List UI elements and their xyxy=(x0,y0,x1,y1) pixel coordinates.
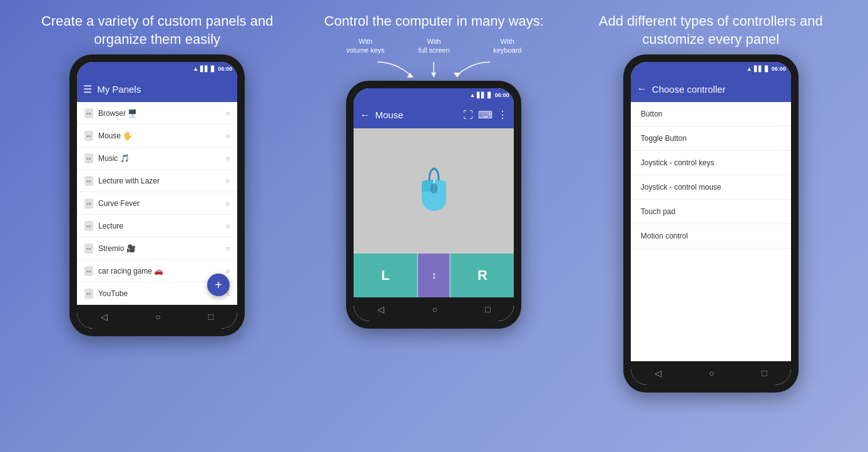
section-3-title: Add different types of controllers and c… xyxy=(592,13,830,48)
phone-1: ▲ ▋▋ ▊ 06:00 ☰ My Panels ▪▪ Browser 🖥️ ≡ xyxy=(69,54,245,336)
controller-list: Button Toggle Button Joystick - control … xyxy=(631,102,791,361)
status-icons-2: ▲ ▋▋ ▊ xyxy=(470,92,493,98)
list-item[interactable]: ▪▪ Curve Fever ≡ xyxy=(77,192,237,215)
list-item[interactable]: ▪▪ Browser 🖥️ ≡ xyxy=(77,102,237,125)
scroll-button[interactable]: ↕ xyxy=(418,254,449,297)
battery-icon-3: ▊ xyxy=(765,66,769,72)
status-time-3: 06:00 xyxy=(772,66,786,72)
signal-icon-2: ▋▋ xyxy=(477,92,486,98)
status-bar-1: ▲ ▋▋ ▊ 06:00 xyxy=(77,62,237,76)
app-bar-title-1: My Panels xyxy=(97,84,231,95)
list-item[interactable]: ▪▪ Music 🎵 ≡ xyxy=(77,147,237,170)
keyboard-icon[interactable]: ⌨ xyxy=(478,109,493,121)
toolbar-icons: ⛶ ⌨ ⋮ xyxy=(463,109,508,121)
section-3: Add different types of controllers and c… xyxy=(573,13,849,439)
mouse-buttons-row: L ↕ R xyxy=(354,254,514,297)
recents-nav-icon-2[interactable]: □ xyxy=(485,304,490,314)
controller-label-joystick-keys: Joystick - control keys xyxy=(641,158,714,167)
section-1-title: Create a variety of custom panels and or… xyxy=(38,13,276,48)
status-icons-3: ▲ ▋▋ ▊ xyxy=(747,66,769,72)
mouse-illustration xyxy=(417,167,451,214)
section-2: Control the computer in many ways: With … xyxy=(295,13,572,439)
status-time-1: 06:00 xyxy=(218,66,232,72)
controller-item-joystick-keys[interactable]: Joystick - control keys xyxy=(631,151,791,175)
home-nav-icon-3[interactable]: ○ xyxy=(709,368,714,378)
app-bar-3: ← Choose controller xyxy=(631,76,791,102)
controller-item-motion[interactable]: Motion control xyxy=(631,224,791,249)
panel-label: Music 🎵 xyxy=(98,154,221,163)
panel-label-stremio: Stremio 🎥 xyxy=(98,244,221,253)
drag-icon: ≡ xyxy=(226,200,230,207)
controller-item-joystick-mouse[interactable]: Joystick - control mouse xyxy=(631,175,791,200)
left-click-button[interactable]: L xyxy=(354,254,418,297)
status-icons-1: ▲ ▋▋ ▊ xyxy=(193,66,215,72)
drag-icon: ≡ xyxy=(226,245,230,252)
svg-rect-5 xyxy=(431,183,437,193)
recents-nav-icon-3[interactable]: □ xyxy=(762,368,767,378)
controller-item-touchpad[interactable]: Touch pad xyxy=(631,200,791,224)
battery-icon-2: ▊ xyxy=(488,92,492,98)
svg-marker-2 xyxy=(454,73,461,78)
list-item[interactable]: ▪▪ Stremio 🎥 ≡ xyxy=(77,237,237,260)
svg-marker-1 xyxy=(431,73,436,78)
controller-label-joystick-mouse: Joystick - control mouse xyxy=(641,183,722,192)
arrow-label-volume: With volume keys xyxy=(346,37,384,55)
bottom-nav-1: ◁ ○ □ xyxy=(77,305,237,329)
drag-icon: ≡ xyxy=(226,155,230,162)
controller-label-touchpad: Touch pad xyxy=(641,207,675,216)
phone-1-screen: ▲ ▋▋ ▊ 06:00 ☰ My Panels ▪▪ Browser 🖥️ ≡ xyxy=(77,62,237,329)
panel-label: Browser 🖥️ xyxy=(98,109,221,118)
right-click-button[interactable]: R xyxy=(449,254,514,297)
controller-label-button: Button xyxy=(641,110,663,118)
panel-icon: ▪▪ xyxy=(84,221,93,231)
mouse-touchpad-area[interactable] xyxy=(354,128,514,254)
more-icon[interactable]: ⋮ xyxy=(498,109,508,121)
app-bar-title-2: Mouse xyxy=(375,110,458,120)
back-icon-3[interactable]: ← xyxy=(637,83,647,95)
phone-2-screen: ▲ ▋▋ ▊ 06:00 ← Mouse ⛶ ⌨ ⋮ xyxy=(354,88,514,321)
arrow-label-fullscreen: With full screen xyxy=(418,37,449,55)
home-nav-icon[interactable]: ○ xyxy=(155,312,160,322)
bottom-nav-2: ◁ ○ □ xyxy=(354,297,514,321)
phone-3-screen: ▲ ▋▋ ▊ 06:00 ← Choose controller Button … xyxy=(631,62,791,385)
drag-icon: ≡ xyxy=(226,177,230,185)
home-nav-icon-2[interactable]: ○ xyxy=(432,304,437,314)
signal-icon-3: ▋▋ xyxy=(754,66,763,72)
menu-icon[interactable]: ☰ xyxy=(83,83,92,95)
fullscreen-icon[interactable]: ⛶ xyxy=(463,110,473,121)
panel-icon: ▪▪ xyxy=(84,153,93,163)
section-2-title: Control the computer in many ways: xyxy=(324,13,544,31)
panel-icon: ▪▪ xyxy=(84,289,93,299)
recents-nav-icon[interactable]: □ xyxy=(208,312,213,322)
back-icon-2[interactable]: ← xyxy=(360,110,370,121)
back-nav-icon-3[interactable]: ◁ xyxy=(655,368,661,378)
section-1: Create a variety of custom panels and or… xyxy=(19,13,295,439)
app-bar-title-3: Choose controller xyxy=(652,84,785,95)
arrows-area: With volume keys With full screen With k… xyxy=(340,37,528,81)
panel-icon: ▪▪ xyxy=(84,108,93,118)
drag-icon: ≡ xyxy=(226,267,230,275)
list-item[interactable]: ▪▪ Lecture ≡ xyxy=(77,215,237,237)
phone-3: ▲ ▋▋ ▊ 06:00 ← Choose controller Button … xyxy=(623,54,799,393)
panel-label-youtube: YouTube xyxy=(98,289,221,298)
panel-icon: ▪▪ xyxy=(84,244,93,254)
app-bar-2: ← Mouse ⛶ ⌨ ⋮ xyxy=(354,102,514,128)
panel-label-lecture: Lecture xyxy=(98,222,221,230)
status-bar-3: ▲ ▋▋ ▊ 06:00 xyxy=(631,62,791,76)
back-nav-icon-2[interactable]: ◁ xyxy=(377,304,384,314)
panel-icon: ▪▪ xyxy=(84,266,93,276)
panel-icon: ▪▪ xyxy=(84,176,93,186)
status-bar-2: ▲ ▋▋ ▊ 06:00 xyxy=(354,88,514,102)
controller-item-button[interactable]: Button xyxy=(631,102,791,126)
wifi-icon-2: ▲ xyxy=(470,92,476,98)
list-item[interactable]: ▪▪ Mouse 🖐️ ≡ xyxy=(77,125,237,147)
battery-icon: ▊ xyxy=(211,66,215,72)
controller-label-motion: Motion control xyxy=(641,232,688,240)
list-item[interactable]: ▪▪ Lecture with Lazer ≡ xyxy=(77,170,237,192)
drag-icon: ≡ xyxy=(226,110,230,117)
panel-label: Mouse 🖐️ xyxy=(98,131,221,140)
wifi-icon: ▲ xyxy=(193,66,198,72)
drag-icon: ≡ xyxy=(226,222,230,230)
back-nav-icon[interactable]: ◁ xyxy=(101,312,108,322)
controller-item-toggle[interactable]: Toggle Button xyxy=(631,126,791,151)
